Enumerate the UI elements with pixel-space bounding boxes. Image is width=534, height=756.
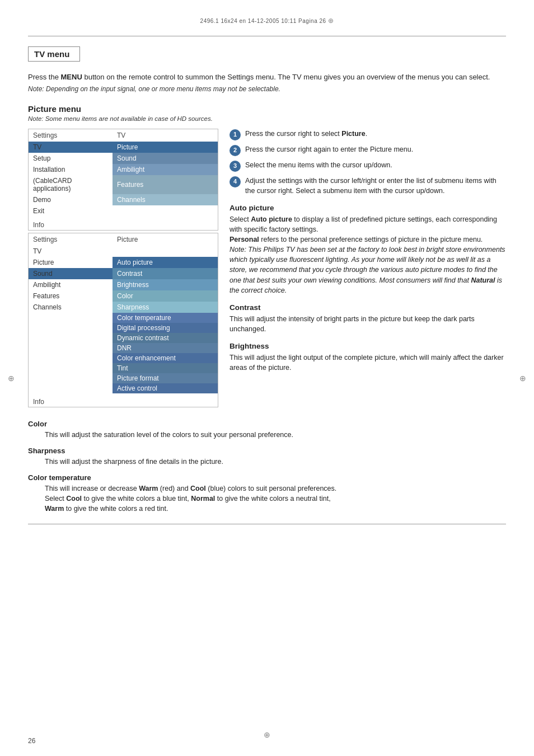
table-row: Dynamic contrast (29, 333, 218, 343)
step-3-text: Select the menu items with the cursor up… (245, 160, 506, 170)
table1-features-label: Features (113, 175, 218, 194)
table-row: Ambilight Brightness (29, 279, 218, 290)
table2-empty-left6 (29, 363, 113, 373)
tv-menu-title: TV menu (28, 46, 80, 62)
table2-pictureformat-label: Picture format (113, 373, 218, 383)
table1-setup-label: Setup (29, 153, 113, 164)
right-column: 1 Press the cursor right to select Pictu… (229, 129, 506, 410)
table-row: Color temperature (29, 313, 218, 323)
step-4: 4 Adjust the settings with the cursor le… (229, 176, 506, 196)
table2-tv-label: TV (29, 246, 113, 257)
table1-demo-label: Demo (29, 194, 113, 205)
picture-menu-heading: Picture menu (28, 104, 506, 114)
meta-text: 2496.1 16x24 en 14-12-2005 10:11 Pagina … (200, 18, 326, 24)
step-1: 1 Press the cursor right to select Pictu… (229, 129, 506, 140)
table-row: Tint (29, 363, 218, 373)
table-row: Channels Sharpness (29, 302, 218, 313)
table-row: Info (29, 397, 218, 407)
sharpness-section-title: Sharpness (28, 447, 506, 455)
table1: Settings TV TV Picture Setup Sound (29, 129, 218, 230)
table2-dnr-label: DNR (113, 343, 218, 353)
table1-info-label: Info (29, 220, 218, 230)
sharpness-section-text: This will adjust the sharpness of fine d… (28, 457, 506, 467)
color-section-title: Color (28, 420, 506, 428)
table2-ambilight-label: Ambilight (29, 279, 113, 290)
intro-paragraph: Press the MENU button on the remote cont… (28, 72, 506, 83)
tv-menu-title-text: TV menu (34, 49, 69, 59)
table1-installation-label: Installation (29, 164, 113, 175)
step-1-num: 1 (229, 129, 241, 140)
table1-header-tv: TV (113, 129, 218, 142)
table-row: Active control (29, 383, 218, 393)
table-row: TV (29, 246, 218, 257)
main-content-area: Settings TV TV Picture Setup Sound (28, 129, 506, 410)
table2-colorenhance-label: Color enhancement (113, 353, 218, 363)
color-section-text: This will adjust the saturation level of… (28, 430, 506, 440)
step-4-text: Adjust the settings with the cursor left… (245, 176, 506, 196)
brightness-text: This will adjust the light output of the… (229, 353, 506, 373)
steps-list: 1 Press the cursor right to select Pictu… (229, 129, 506, 196)
table-row: Color enhancement (29, 353, 218, 363)
step-3: 3 Select the menu items with the cursor … (229, 160, 506, 172)
contrast-title: Contrast (229, 303, 506, 312)
contrast-section: Contrast This will adjust the intensity … (229, 303, 506, 334)
table2-empty-left7 (29, 373, 113, 383)
table2: Settings Picture TV Picture Auto picture (29, 233, 218, 407)
page: 2496.1 16x24 en 14-12-2005 10:11 Pagina … (0, 0, 534, 756)
bottom-rule (28, 524, 506, 524)
table2-channels-label: Channels (29, 302, 113, 313)
table2-empty-left5 (29, 353, 113, 363)
table1-picture-label: Picture (113, 142, 218, 153)
step-4-num: 4 (229, 176, 241, 187)
left-column: Settings TV TV Picture Setup Sound (28, 129, 218, 410)
table2-empty-left4 (29, 343, 113, 353)
colortemp-section-title: Color temperature (28, 473, 506, 482)
brightness-section: Brightness This will adjust the light ou… (229, 342, 506, 373)
table1-tv-label: TV (29, 142, 113, 153)
table-row: Sound Contrast (29, 268, 218, 279)
table2-empty-left8 (29, 383, 113, 393)
table-row: TV Picture (29, 142, 218, 153)
intro-bold: MENU (61, 73, 82, 81)
contrast-text: This will adjust the intensity of bright… (229, 314, 506, 334)
table-row: Info (29, 220, 218, 230)
table-row: Demo Channels (29, 194, 218, 205)
top-rule (28, 36, 506, 36)
table2-empty-left2 (29, 323, 113, 333)
table2-header: Settings Picture (29, 233, 218, 246)
table-row: Exit (29, 205, 218, 217)
step-3-num: 3 (229, 161, 241, 172)
table-row: Digital processing (29, 323, 218, 333)
table2-dynamiccontrast-label: Dynamic contrast (113, 333, 218, 343)
left-crosshair: ⊕ (8, 374, 15, 383)
table-row: Picture format (29, 373, 218, 383)
auto-picture-text: Select Auto picture to display a list of… (229, 214, 506, 295)
bottom-sections: Color This will adjust the saturation le… (28, 420, 506, 514)
table-row: Picture Auto picture (29, 257, 218, 268)
table1-channels-label: Channels (113, 194, 218, 205)
table2-brightness-label: Brightness (113, 279, 218, 290)
auto-picture-section: Auto picture Select Auto picture to disp… (229, 204, 506, 295)
table1-wrap: Settings TV TV Picture Setup Sound (28, 129, 218, 231)
intro-note: Note: Depending on the input signal, one… (28, 85, 506, 93)
table-row: (CableCARD applications) Features (29, 175, 218, 194)
colortemp-section-text: This will increase or decrease Warm (red… (28, 483, 506, 514)
step-2-text: Press the cursor right again to enter th… (245, 144, 506, 154)
table-row: Installation Ambilight (29, 164, 218, 175)
table2-tint-label: Tint (113, 363, 218, 373)
table1-empty1 (113, 205, 218, 217)
sharpness-section: Sharpness This will adjust the sharpness… (28, 447, 506, 467)
table2-empty-left1 (29, 313, 113, 323)
step-1-text: Press the cursor right to select Picture… (245, 129, 506, 139)
table2-activecontrol-label: Active control (113, 383, 218, 393)
table2-header-picture: Picture (113, 233, 218, 246)
step-2-num: 2 (229, 145, 241, 156)
table1-sound-label: Sound (113, 153, 218, 164)
bottom-crosshair: ⊕ (264, 730, 270, 739)
meta-line: 2496.1 16x24 en 14-12-2005 10:11 Pagina … (28, 17, 506, 25)
table1-header: Settings TV (29, 129, 218, 142)
top-crosshair-symbol: ⊕ (328, 17, 334, 25)
brightness-title: Brightness (229, 342, 506, 350)
step-2: 2 Press the cursor right again to enter … (229, 144, 506, 156)
table1-exit-label: Exit (29, 205, 113, 217)
